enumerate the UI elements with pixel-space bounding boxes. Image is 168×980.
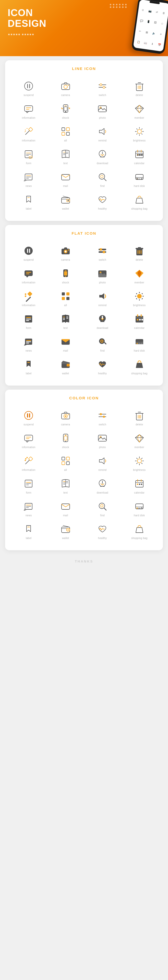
svg-rect-135: [141, 298, 143, 299]
svg-rect-151: [136, 316, 143, 318]
color-remind-icon: [96, 455, 108, 467]
form-label: form: [26, 162, 32, 165]
flat-camera-cell: camera: [47, 242, 84, 264]
svg-point-9: [103, 86, 105, 88]
flat-all-label: all: [64, 304, 67, 307]
flat-delete-cell: delete: [121, 242, 158, 264]
flat-label-label: label: [26, 372, 32, 375]
flat-icon-section: FLAT ICON suspend: [5, 225, 163, 385]
flat-text-label: text: [63, 326, 68, 329]
line-icon-section: LINE ICON suspend: [5, 60, 163, 221]
color-healthy-cell: healthy: [84, 520, 121, 542]
svg-rect-38: [67, 128, 70, 131]
flat-shock-cell: shock: [47, 264, 84, 287]
harddisk-label: hard disk: [134, 185, 145, 188]
svg-line-32: [25, 130, 30, 135]
line-form-cell: form: [10, 145, 47, 168]
flat-photo-label: photo: [99, 281, 106, 284]
line-icon-grid: suspend camera: [10, 77, 158, 213]
flat-news-label: news: [25, 349, 32, 352]
svg-point-178: [24, 411, 33, 420]
svg-rect-200: [64, 436, 67, 440]
line-information2-cell: information: [10, 122, 47, 145]
color-icon-title: COLOR ICON: [10, 396, 158, 400]
flat-shock-icon: [60, 267, 72, 280]
svg-rect-108: [26, 272, 31, 273]
line-information-cell: information: [10, 100, 47, 122]
svg-rect-153: [141, 314, 142, 317]
color-download-icon: [96, 477, 108, 490]
flat-find-cell: find: [84, 332, 121, 355]
svg-point-83: [141, 178, 142, 179]
calendar-icon: [133, 148, 146, 161]
flat-form-icon: [22, 313, 35, 325]
flat-calendar-cell: calendar: [121, 310, 158, 332]
color-brightness-label: brightness: [133, 469, 146, 471]
svg-point-127: [137, 294, 142, 299]
flat-mail-label: mail: [63, 349, 68, 352]
svg-line-78: [104, 178, 106, 181]
svg-rect-104: [138, 250, 138, 254]
flat-brightness-cell: brightness: [121, 287, 158, 310]
svg-rect-119: [27, 291, 32, 296]
download-label: download: [97, 162, 108, 165]
wallet-icon: [60, 194, 72, 206]
flat-text-icon: [60, 313, 72, 325]
color-calendar-cell: calendar: [121, 474, 158, 497]
healthy-icon: [96, 194, 108, 206]
svg-rect-141: [63, 317, 65, 317]
svg-rect-160: [26, 343, 29, 344]
flat-camera-icon: [60, 245, 72, 257]
calendar-label: calendar: [134, 162, 144, 165]
svg-line-48: [141, 134, 142, 134]
color-information-icon: [22, 432, 35, 444]
line-calendar-cell: calendar: [121, 145, 158, 168]
information-icon: [22, 103, 35, 115]
information2-label: information: [22, 139, 35, 142]
color-photo-label: photo: [99, 446, 106, 449]
flat-form-cell: form: [10, 310, 47, 332]
svg-point-253: [101, 504, 103, 507]
svg-rect-155: [139, 319, 141, 320]
flat-suspend-label: suspend: [24, 258, 34, 261]
label-icon: [22, 194, 35, 206]
svg-point-82: [136, 178, 138, 179]
color-shoppingbag-cell: shopping bag: [121, 520, 158, 542]
flat-shock-label: shock: [62, 281, 69, 284]
svg-rect-103: [138, 247, 141, 248]
svg-rect-133: [141, 293, 143, 294]
label-label: label: [26, 207, 32, 210]
svg-rect-40: [67, 132, 70, 135]
line-remind-cell: remind: [84, 122, 121, 145]
svg-point-183: [65, 415, 67, 417]
line-shoppingbag-cell: shopping bag: [121, 191, 158, 213]
color-delete-label: delete: [136, 423, 143, 426]
line-news-cell: news: [10, 168, 47, 191]
text-icon: [60, 148, 72, 161]
color-switch-icon: [96, 409, 108, 422]
flat-wallet-cell: wallet: [47, 355, 84, 378]
wallet-label: wallet: [62, 207, 69, 210]
color-suspend-icon: [22, 409, 35, 422]
svg-rect-132: [136, 293, 137, 294]
line-label-cell: label: [10, 191, 47, 213]
svg-line-222: [136, 458, 137, 459]
color-healthy-label: healthy: [98, 537, 107, 539]
svg-point-166: [101, 340, 103, 342]
color-suspend-cell: suspend: [10, 406, 47, 429]
flat-label-icon: [22, 358, 35, 371]
line-mail-cell: mail: [47, 168, 84, 191]
flat-icon-title: FLAT ICON: [10, 231, 158, 235]
svg-rect-130: [135, 296, 136, 297]
color-form-icon: [22, 477, 35, 490]
svg-point-79: [101, 175, 103, 178]
header-title: ICON DESIGN: [8, 8, 160, 29]
line-photo-cell: photo: [84, 100, 121, 122]
healthy-label: healthy: [98, 207, 107, 210]
color-find-label: find: [100, 514, 105, 517]
svg-rect-244: [139, 484, 140, 485]
svg-point-209: [25, 460, 26, 461]
flat-switch-icon: [96, 245, 108, 257]
color-mail-label: mail: [63, 514, 68, 517]
flat-switch-cell: switch: [84, 242, 121, 264]
